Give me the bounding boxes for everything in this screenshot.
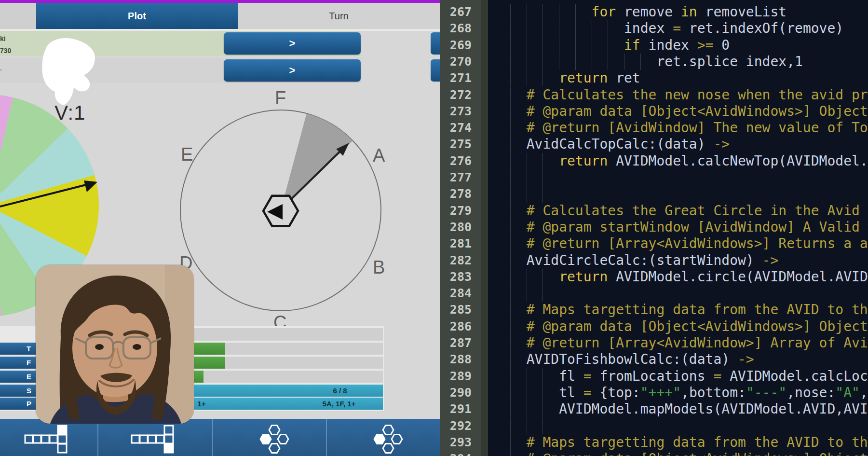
meter-value-text: 6 / 8 [318,385,362,397]
indent-guides [510,153,559,169]
code-token: = [673,20,681,36]
compass-arrow-line [281,148,343,209]
indent-guides [510,203,527,219]
code-token: fromLocations [592,368,714,384]
code-token: -> [738,351,754,367]
indent-guides [510,451,527,456]
webcam-portrait [36,265,194,424]
indent-guides [510,4,592,20]
code-line-279: # Calculates the Great Circle in the Avi… [510,203,868,219]
clipped-text-fragment: . [0,65,2,71]
code-line-282: AvidCircleCalc:(startWindow) -> [510,252,778,269]
code-token: AvidCalcTopCalc:(data) [527,136,714,152]
code-line-287: # @return [Array<AvidWindow>] Array of A… [510,335,868,351]
line-number: 280 [450,219,472,235]
avid-compass [159,85,410,336]
indent-guides [510,351,527,368]
line-number: 276 [450,153,472,169]
indent-guides [510,20,624,37]
code-token: # @param data [Object<AvidWindows>] Obje… [527,451,868,456]
line-number: 275 [450,136,472,152]
indent-guides [510,87,527,103]
clipped-button-stub[interactable] [431,59,440,82]
code-line-288: AVIDToFishbowlCalc:(data) -> [510,351,754,368]
tab-turn[interactable]: Turn [238,3,440,29]
code-token: return [559,269,608,285]
code-token: = [583,368,592,384]
code-token: # Maps targetting data from the AVID to … [527,302,868,318]
code-line-291: AVIDModel.mapModels(AVIDModel.AVID,AVIDM… [510,401,868,417]
code-line-277 [510,169,559,186]
code-area[interactable]: for remove in removeListindex = ret.inde… [488,0,868,456]
tabbar-filler [0,3,36,29]
hex-cluster-icon [244,424,295,454]
line-number: 278 [450,186,472,202]
code-token: removeList [697,4,787,20]
line-number: 279 [450,203,472,219]
code-token: in [681,4,697,20]
toolbar-button-3[interactable] [213,419,327,456]
code-token: ret.indexOf(remove) [681,20,843,36]
portrait-drawing [36,265,194,424]
next-button-1[interactable]: > [224,32,361,55]
code-line-278 [510,186,559,202]
toolbar-button-2[interactable] [98,419,213,456]
code-token: # Maps targetting data from the AVID to … [527,434,868,450]
line-number: 290 [450,385,472,401]
code-token: # @param data [Object<AvidWindows>] Obje… [527,318,868,334]
indent-guides [510,120,527,136]
plot-grid-icon [130,424,180,454]
indent-guides [510,103,527,120]
code-line-276: return AVIDModel.calcNewTop(AVIDModel.AV… [510,153,868,169]
indent-guides [510,269,559,285]
clipped-button-stub[interactable] [431,32,440,55]
ship-hexagon [263,196,298,226]
line-number: 283 [450,269,472,285]
code-token: -> [762,252,779,268]
code-token: = [583,385,592,401]
code-token: >= [697,37,714,53]
code-token: AvidCircleCalc:(startWindow) [527,252,762,268]
line-number: 277 [450,169,472,186]
meter-value-text: 1+ [192,398,211,410]
compass-letter-E: E [181,144,193,165]
line-number-gutter: 2672682692702712722732742752762772782792… [440,0,488,456]
code-token: return [559,70,608,86]
indent-guides [510,136,527,152]
toolbar-button-1[interactable] [0,419,98,456]
screen: Plot Turn ki 730 . > > V:1 [0,0,868,456]
code-line-273: # @param data [Object<AvidWindows>] Obje… [510,103,868,120]
code-line-274: # @return [AvidWindow] The new value of … [510,120,868,136]
code-token: if [624,37,640,53]
code-token: AVIDToFishbowlCalc:(data) [527,351,738,367]
line-number: 272 [450,87,472,103]
code-token: "A" [835,385,860,401]
code-token: = [713,368,721,384]
line-number: 294 [450,451,472,456]
code-editor: 2672682692702712722732742752762772782792… [440,0,868,456]
code-token: 0 [713,37,730,53]
next-button-2[interactable]: > [224,59,361,82]
code-line-269: if index >= 0 [510,37,730,54]
code-token: ,bottom: [681,385,746,401]
line-number: 281 [450,235,472,252]
code-line-280: # @param startWindow [AvidWindow] A Vali… [510,219,868,235]
tab-plot[interactable]: Plot [36,3,238,29]
line-number: 286 [450,318,472,335]
indent-guides [510,318,527,335]
compass-letter-A: A [373,145,385,166]
code-line-271: return ret [510,70,640,86]
avid-app-panel: Plot Turn ki 730 . > > V:1 [0,3,440,456]
code-token: ,nose: [787,385,835,401]
code-token: AVIDModel.calcLocati [721,368,868,384]
indent-guides [510,302,527,318]
code-token: # Calculates the Great Circle in the Avi… [527,203,868,219]
code-line-294: # @param data [Object<AvidWindows>] Obje… [510,451,868,456]
toolbar-button-4[interactable] [327,419,440,456]
indent-guides [510,285,559,302]
code-token: index [624,20,673,36]
line-number: 284 [450,285,472,302]
indent-guides [510,418,559,434]
code-line-285: # Maps targetting data from the AVID to … [510,302,868,318]
code-token: # @param data [Object<AvidWindows>] Obje… [527,103,868,119]
